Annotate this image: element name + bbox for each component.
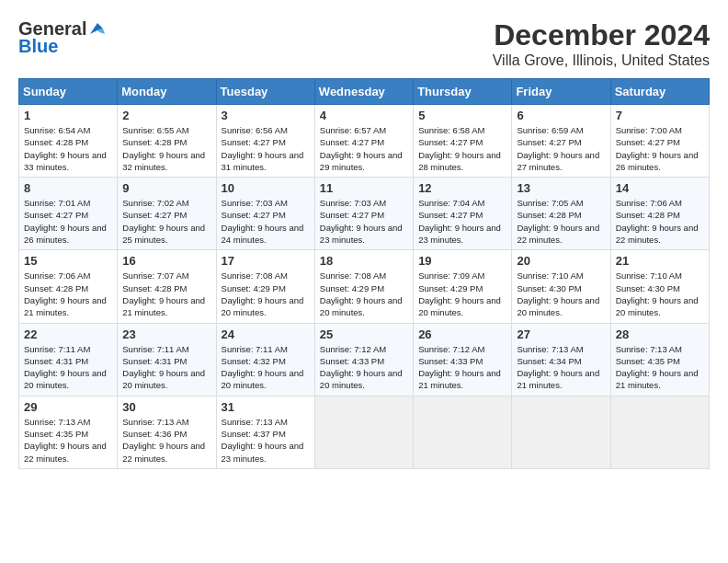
cell-info: Sunrise: 7:08 AMSunset: 4:29 PMDaylight:…	[320, 270, 403, 317]
calendar-header-monday: Monday	[118, 79, 216, 105]
cell-info: Sunrise: 7:13 AMSunset: 4:37 PMDaylight:…	[222, 417, 304, 464]
title-area: December 2024 Villa Grove, Illinois, Uni…	[493, 18, 710, 69]
cell-info: Sunrise: 6:57 AMSunset: 4:27 PMDaylight:…	[320, 125, 403, 172]
calendar-cell: 4 Sunrise: 6:57 AMSunset: 4:27 PMDayligh…	[314, 105, 413, 178]
calendar-cell	[610, 396, 709, 468]
calendar-cell: 5 Sunrise: 6:58 AMSunset: 4:27 PMDayligh…	[414, 105, 512, 178]
cell-info: Sunrise: 7:13 AMSunset: 4:35 PMDaylight:…	[24, 417, 107, 464]
cell-info: Sunrise: 7:13 AMSunset: 4:34 PMDaylight:…	[517, 344, 599, 391]
calendar-cell: 18 Sunrise: 7:08 AMSunset: 4:29 PMDaylig…	[314, 250, 413, 323]
calendar-cell: 17 Sunrise: 7:08 AMSunset: 4:29 PMDaylig…	[216, 250, 314, 323]
day-number: 25	[320, 327, 408, 341]
calendar-header-wednesday: Wednesday	[314, 79, 413, 105]
calendar-cell: 23 Sunrise: 7:11 AMSunset: 4:31 PMDaylig…	[118, 323, 216, 396]
calendar-cell: 2 Sunrise: 6:55 AMSunset: 4:28 PMDayligh…	[118, 105, 216, 178]
calendar-cell: 10 Sunrise: 7:03 AMSunset: 4:27 PMDaylig…	[216, 178, 314, 250]
day-number: 17	[222, 254, 310, 268]
day-number: 6	[517, 109, 605, 122]
day-number: 19	[418, 254, 506, 268]
calendar-cell	[314, 396, 413, 468]
calendar-cell: 14 Sunrise: 7:06 AMSunset: 4:28 PMDaylig…	[610, 178, 709, 250]
day-number: 22	[24, 327, 112, 341]
calendar-cell: 31 Sunrise: 7:13 AMSunset: 4:37 PMDaylig…	[216, 396, 314, 468]
cell-info: Sunrise: 7:05 AMSunset: 4:28 PMDaylight:…	[517, 198, 599, 245]
cell-info: Sunrise: 7:12 AMSunset: 4:33 PMDaylight:…	[418, 344, 501, 391]
day-number: 14	[616, 181, 704, 195]
calendar-cell	[414, 396, 512, 468]
logo: General Blue	[18, 18, 105, 57]
day-number: 15	[24, 254, 112, 268]
cell-info: Sunrise: 7:06 AMSunset: 4:28 PMDaylight:…	[616, 198, 699, 245]
day-number: 16	[122, 254, 210, 268]
calendar-cell: 3 Sunrise: 6:56 AMSunset: 4:27 PMDayligh…	[216, 105, 314, 178]
calendar-cell: 9 Sunrise: 7:02 AMSunset: 4:27 PMDayligh…	[118, 178, 216, 250]
calendar: SundayMondayTuesdayWednesdayThursdayFrid…	[18, 78, 710, 469]
calendar-cell: 1 Sunrise: 6:54 AMSunset: 4:28 PMDayligh…	[19, 105, 118, 178]
calendar-cell: 28 Sunrise: 7:13 AMSunset: 4:35 PMDaylig…	[610, 323, 709, 396]
cell-info: Sunrise: 7:08 AMSunset: 4:29 PMDaylight:…	[222, 270, 304, 317]
calendar-cell: 20 Sunrise: 7:10 AMSunset: 4:30 PMDaylig…	[512, 250, 610, 323]
day-number: 27	[517, 327, 605, 341]
calendar-cell: 12 Sunrise: 7:04 AMSunset: 4:27 PMDaylig…	[414, 178, 512, 250]
day-number: 26	[418, 327, 506, 341]
calendar-cell: 13 Sunrise: 7:05 AMSunset: 4:28 PMDaylig…	[512, 178, 610, 250]
cell-info: Sunrise: 7:03 AMSunset: 4:27 PMDaylight:…	[320, 198, 403, 245]
day-number: 30	[122, 400, 210, 414]
cell-info: Sunrise: 7:06 AMSunset: 4:28 PMDaylight:…	[24, 270, 107, 317]
day-number: 5	[418, 109, 506, 122]
calendar-cell: 8 Sunrise: 7:01 AMSunset: 4:27 PMDayligh…	[19, 178, 118, 250]
cell-info: Sunrise: 7:10 AMSunset: 4:30 PMDaylight:…	[616, 270, 699, 317]
calendar-cell: 7 Sunrise: 7:00 AMSunset: 4:27 PMDayligh…	[610, 105, 709, 178]
day-number: 9	[122, 181, 210, 195]
cell-info: Sunrise: 7:07 AMSunset: 4:28 PMDaylight:…	[122, 270, 205, 317]
day-number: 4	[320, 109, 408, 122]
cell-info: Sunrise: 6:54 AMSunset: 4:28 PMDaylight:…	[24, 125, 107, 172]
cell-info: Sunrise: 7:13 AMSunset: 4:35 PMDaylight:…	[616, 344, 699, 391]
day-number: 31	[222, 400, 310, 414]
calendar-cell: 25 Sunrise: 7:12 AMSunset: 4:33 PMDaylig…	[314, 323, 413, 396]
cell-info: Sunrise: 7:11 AMSunset: 4:31 PMDaylight:…	[122, 344, 205, 391]
cell-info: Sunrise: 7:01 AMSunset: 4:27 PMDaylight:…	[24, 198, 107, 245]
cell-info: Sunrise: 7:02 AMSunset: 4:27 PMDaylight:…	[122, 198, 205, 245]
cell-info: Sunrise: 7:13 AMSunset: 4:36 PMDaylight:…	[122, 417, 205, 464]
cell-info: Sunrise: 7:03 AMSunset: 4:27 PMDaylight:…	[222, 198, 304, 245]
calendar-header-tuesday: Tuesday	[216, 79, 314, 105]
calendar-cell: 15 Sunrise: 7:06 AMSunset: 4:28 PMDaylig…	[19, 250, 118, 323]
calendar-header-row: SundayMondayTuesdayWednesdayThursdayFrid…	[19, 79, 710, 105]
cell-info: Sunrise: 7:11 AMSunset: 4:32 PMDaylight:…	[222, 344, 304, 391]
day-number: 21	[616, 254, 704, 268]
day-number: 1	[24, 109, 112, 122]
cell-info: Sunrise: 7:04 AMSunset: 4:27 PMDaylight:…	[418, 198, 501, 245]
location-title: Villa Grove, Illinois, United States	[493, 52, 710, 69]
calendar-cell	[512, 396, 610, 468]
calendar-cell: 6 Sunrise: 6:59 AMSunset: 4:27 PMDayligh…	[512, 105, 610, 178]
logo-bird-icon	[88, 21, 105, 38]
calendar-week-row: 1 Sunrise: 6:54 AMSunset: 4:28 PMDayligh…	[19, 105, 710, 178]
cell-info: Sunrise: 7:10 AMSunset: 4:30 PMDaylight:…	[517, 270, 599, 317]
day-number: 11	[320, 181, 408, 195]
calendar-header-thursday: Thursday	[414, 79, 512, 105]
cell-info: Sunrise: 7:12 AMSunset: 4:33 PMDaylight:…	[320, 344, 403, 391]
day-number: 23	[122, 327, 210, 341]
calendar-header-sunday: Sunday	[19, 79, 118, 105]
day-number: 29	[24, 400, 112, 414]
calendar-cell: 19 Sunrise: 7:09 AMSunset: 4:29 PMDaylig…	[414, 250, 512, 323]
calendar-cell: 24 Sunrise: 7:11 AMSunset: 4:32 PMDaylig…	[216, 323, 314, 396]
cell-info: Sunrise: 6:59 AMSunset: 4:27 PMDaylight:…	[517, 125, 599, 172]
calendar-cell: 21 Sunrise: 7:10 AMSunset: 4:30 PMDaylig…	[610, 250, 709, 323]
header: General Blue December 2024 Villa Grove, …	[18, 18, 710, 69]
calendar-cell: 26 Sunrise: 7:12 AMSunset: 4:33 PMDaylig…	[414, 323, 512, 396]
cell-info: Sunrise: 6:56 AMSunset: 4:27 PMDaylight:…	[222, 125, 304, 172]
day-number: 28	[616, 327, 704, 341]
cell-info: Sunrise: 7:11 AMSunset: 4:31 PMDaylight:…	[24, 344, 107, 391]
cell-info: Sunrise: 7:09 AMSunset: 4:29 PMDaylight:…	[418, 270, 501, 317]
day-number: 10	[222, 181, 310, 195]
day-number: 3	[222, 109, 310, 122]
calendar-cell: 11 Sunrise: 7:03 AMSunset: 4:27 PMDaylig…	[314, 178, 413, 250]
calendar-cell: 29 Sunrise: 7:13 AMSunset: 4:35 PMDaylig…	[19, 396, 118, 468]
day-number: 20	[517, 254, 605, 268]
calendar-week-row: 15 Sunrise: 7:06 AMSunset: 4:28 PMDaylig…	[19, 250, 710, 323]
day-number: 12	[418, 181, 506, 195]
cell-info: Sunrise: 6:58 AMSunset: 4:27 PMDaylight:…	[418, 125, 501, 172]
cell-info: Sunrise: 6:55 AMSunset: 4:28 PMDaylight:…	[122, 125, 205, 172]
